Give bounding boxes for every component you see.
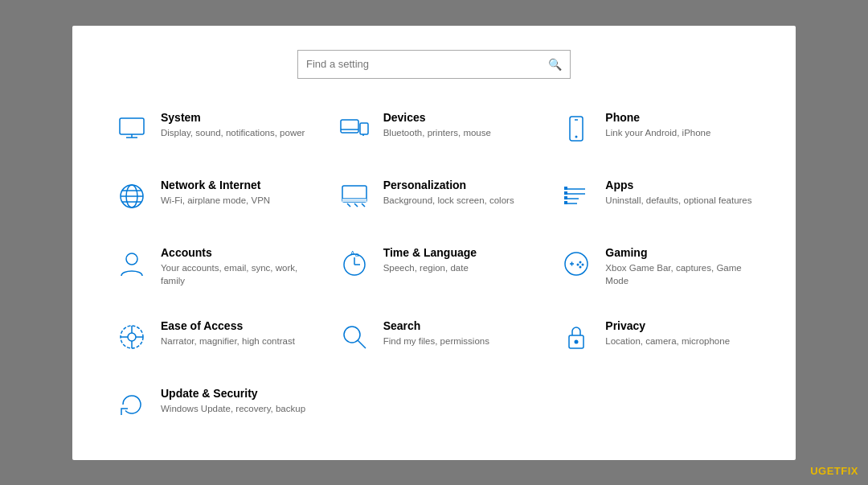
setting-text-devices: DevicesBluetooth, printers, mouse (383, 111, 491, 139)
setting-text-privacy: PrivacyLocation, camera, microphone (605, 319, 730, 347)
setting-text-system: SystemDisplay, sound, notifications, pow… (161, 111, 305, 139)
setting-item-system[interactable]: SystemDisplay, sound, notifications, pow… (104, 103, 319, 154)
setting-desc-devices: Bluetooth, printers, mouse (383, 126, 491, 139)
settings-window: 🔍 SystemDisplay, sound, notifications, p… (72, 26, 796, 460)
setting-title-gaming: Gaming (605, 246, 754, 259)
setting-desc-phone: Link your Android, iPhone (605, 126, 710, 139)
setting-text-gaming: GamingXbox Game Bar, captures, Game Mode (605, 246, 754, 287)
setting-text-apps: AppsUninstall, defaults, optional featur… (605, 179, 751, 207)
setting-title-accounts: Accounts (161, 246, 309, 259)
setting-desc-privacy: Location, camera, microphone (605, 335, 730, 347)
setting-item-network[interactable]: Network & InternetWi-Fi, airplane mode, … (104, 171, 319, 222)
setting-item-search[interactable]: SearchFind my files, permissions (327, 311, 542, 363)
setting-item-time[interactable]: A a Time & LanguageSpeech, region, date (327, 238, 542, 295)
setting-title-privacy: Privacy (605, 319, 730, 332)
setting-item-gaming[interactable]: GamingXbox Game Bar, captures, Game Mode (549, 238, 764, 295)
svg-point-32 (579, 261, 582, 263)
setting-title-personalization: Personalization (383, 179, 514, 191)
svg-rect-0 (120, 118, 144, 134)
system-icon (114, 111, 149, 146)
settings-grid: SystemDisplay, sound, notifications, pow… (104, 103, 764, 430)
svg-point-34 (579, 265, 582, 268)
apps-icon (559, 179, 594, 214)
setting-text-phone: PhoneLink your Android, iPhone (605, 111, 710, 139)
svg-rect-24 (564, 201, 567, 204)
setting-text-time: Time & LanguageSpeech, region, date (383, 246, 477, 274)
watermark-text2: FIX (841, 465, 858, 477)
svg-point-45 (575, 339, 579, 343)
setting-item-devices[interactable]: DevicesBluetooth, printers, mouse (327, 103, 542, 154)
phone-icon (559, 111, 594, 146)
setting-title-ease: Ease of Access (161, 319, 295, 332)
search-input[interactable] (306, 58, 548, 70)
svg-text:a: a (355, 251, 359, 258)
svg-point-33 (582, 263, 584, 265)
setting-title-phone: Phone (605, 111, 710, 124)
setting-text-personalization: PersonalizationBackground, lock screen, … (383, 179, 514, 207)
search-icon: 🔍 (548, 58, 562, 71)
svg-rect-23 (564, 196, 567, 199)
search-icon (337, 319, 372, 355)
svg-line-43 (358, 340, 366, 348)
svg-point-37 (128, 333, 136, 341)
setting-desc-update: Windows Update, recovery, backup (161, 402, 305, 415)
svg-rect-16 (342, 199, 366, 202)
setting-text-search: SearchFind my files, permissions (383, 319, 489, 347)
setting-item-apps[interactable]: AppsUninstall, defaults, optional featur… (549, 171, 764, 222)
setting-title-network: Network & Internet (161, 179, 270, 191)
setting-item-ease[interactable]: Ease of AccessNarrator, magnifier, high … (104, 311, 319, 363)
setting-title-time: Time & Language (383, 246, 477, 259)
setting-desc-personalization: Background, lock screen, colors (383, 194, 514, 207)
setting-desc-apps: Uninstall, defaults, optional features (605, 194, 751, 207)
personalization-icon (337, 179, 372, 214)
svg-rect-22 (564, 191, 567, 195)
setting-title-system: System (161, 111, 305, 124)
ease-icon (114, 319, 149, 355)
svg-rect-3 (341, 120, 358, 133)
setting-item-update[interactable]: Update & SecurityWindows Update, recover… (104, 379, 319, 430)
svg-rect-4 (360, 123, 368, 134)
setting-title-update: Update & Security (161, 387, 305, 400)
setting-desc-time: Speech, region, date (383, 261, 477, 274)
time-icon: A a (337, 246, 372, 282)
setting-item-accounts[interactable]: AccountsYour accounts, email, sync, work… (104, 238, 319, 295)
svg-rect-21 (564, 187, 567, 190)
setting-item-privacy[interactable]: PrivacyLocation, camera, microphone (549, 311, 764, 363)
watermark: UGETFIX (810, 465, 858, 477)
setting-title-search: Search (383, 319, 489, 332)
setting-text-accounts: AccountsYour accounts, email, sync, work… (161, 246, 309, 287)
setting-item-phone[interactable]: PhoneLink your Android, iPhone (549, 103, 764, 154)
svg-point-35 (577, 263, 579, 265)
setting-text-ease: Ease of AccessNarrator, magnifier, high … (161, 319, 295, 347)
update-icon (114, 387, 149, 422)
setting-desc-gaming: Xbox Game Bar, captures, Game Mode (605, 261, 754, 287)
setting-desc-search: Find my files, permissions (383, 335, 489, 347)
setting-desc-system: Display, sound, notifications, power (161, 126, 305, 139)
gaming-icon (559, 246, 594, 282)
network-icon (114, 179, 149, 214)
setting-text-network: Network & InternetWi-Fi, airplane mode, … (161, 179, 270, 207)
setting-desc-ease: Narrator, magnifier, high contrast (161, 335, 295, 347)
setting-desc-network: Wi-Fi, airplane mode, VPN (161, 194, 270, 207)
svg-point-9 (575, 135, 578, 138)
privacy-icon (559, 319, 594, 355)
setting-title-devices: Devices (383, 111, 491, 124)
setting-text-update: Update & SecurityWindows Update, recover… (161, 387, 305, 415)
watermark-text1: UGET (810, 465, 841, 477)
devices-icon (337, 111, 372, 146)
setting-desc-accounts: Your accounts, email, sync, work, family (161, 261, 309, 287)
search-bar[interactable]: 🔍 (297, 50, 571, 79)
accounts-icon (114, 246, 149, 282)
svg-point-31 (565, 253, 588, 275)
setting-title-apps: Apps (605, 179, 751, 191)
svg-point-25 (126, 253, 137, 265)
setting-item-personalization[interactable]: PersonalizationBackground, lock screen, … (327, 171, 542, 222)
